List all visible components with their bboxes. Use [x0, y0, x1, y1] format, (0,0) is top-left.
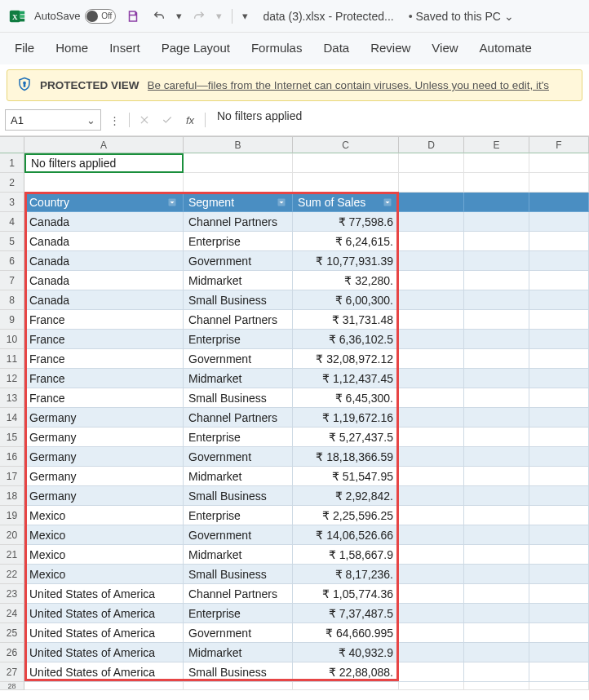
- cell-segment[interactable]: Government: [184, 349, 293, 369]
- cell-segment[interactable]: Enterprise: [184, 428, 293, 447]
- pivot-header-country[interactable]: Country: [24, 193, 184, 212]
- insert-function-button[interactable]: fx: [180, 110, 200, 130]
- cell-sales[interactable]: ₹ 31,731.48: [293, 310, 399, 330]
- empty-cell[interactable]: [399, 486, 464, 506]
- empty-cell[interactable]: [464, 349, 529, 369]
- col-header-a[interactable]: A: [24, 137, 184, 153]
- cell-segment[interactable]: Small Business: [184, 290, 293, 310]
- cell-sales[interactable]: ₹ 5,27,437.5: [293, 428, 399, 447]
- cell-sales[interactable]: ₹ 14,06,526.66: [293, 525, 399, 545]
- empty-cell[interactable]: [529, 428, 589, 447]
- cell-sales[interactable]: ₹ 10,77,931.39: [293, 251, 399, 271]
- save-button[interactable]: [124, 7, 142, 25]
- empty-cell[interactable]: [464, 193, 529, 212]
- empty-cell[interactable]: [529, 193, 589, 212]
- empty-cell[interactable]: [529, 467, 589, 486]
- cell-segment[interactable]: Enterprise: [184, 506, 293, 525]
- empty-cell[interactable]: [529, 506, 589, 525]
- empty-cell[interactable]: [529, 310, 589, 330]
- empty-cell[interactable]: [399, 467, 464, 486]
- empty-cell[interactable]: [293, 153, 399, 173]
- empty-cell[interactable]: [464, 584, 529, 604]
- empty-cell[interactable]: [399, 271, 464, 290]
- empty-cell[interactable]: [399, 643, 464, 662]
- cell-sales[interactable]: ₹ 32,280.: [293, 271, 399, 290]
- cell-sales[interactable]: ₹ 51,547.95: [293, 467, 399, 486]
- cell-sales[interactable]: ₹ 1,12,437.45: [293, 369, 399, 388]
- cell-country[interactable]: Canada: [24, 251, 184, 271]
- row-header[interactable]: 6: [0, 251, 24, 271]
- row-header[interactable]: 3: [0, 193, 24, 212]
- empty-cell[interactable]: [399, 232, 464, 251]
- undo-button[interactable]: [150, 7, 168, 25]
- empty-cell[interactable]: [24, 682, 184, 690]
- tab-insert[interactable]: Insert: [109, 41, 140, 55]
- tab-file[interactable]: File: [15, 41, 34, 55]
- empty-cell[interactable]: [399, 623, 464, 643]
- cell-sales[interactable]: ₹ 2,92,842.: [293, 486, 399, 506]
- cell-country[interactable]: United States of America: [24, 643, 184, 662]
- row-header[interactable]: 12: [0, 369, 24, 388]
- cell-segment[interactable]: Enterprise: [184, 604, 293, 623]
- row-header[interactable]: 4: [0, 212, 24, 232]
- cell-sales[interactable]: ₹ 32,08,972.12: [293, 349, 399, 369]
- empty-cell[interactable]: [399, 525, 464, 545]
- empty-cell[interactable]: [293, 682, 399, 690]
- cell-segment[interactable]: Midmarket: [184, 271, 293, 290]
- empty-cell[interactable]: [184, 682, 293, 690]
- cell-segment[interactable]: Midmarket: [184, 545, 293, 565]
- row-header[interactable]: 15: [0, 428, 24, 447]
- cell-country[interactable]: United States of America: [24, 584, 184, 604]
- empty-cell[interactable]: [399, 545, 464, 565]
- cell-sales[interactable]: ₹ 1,19,672.16: [293, 408, 399, 428]
- cell-sales[interactable]: ₹ 7,37,487.5: [293, 604, 399, 623]
- enter-button[interactable]: [157, 110, 177, 130]
- empty-cell[interactable]: [464, 369, 529, 388]
- cell-segment[interactable]: Small Business: [184, 565, 293, 584]
- toggle-switch[interactable]: Off: [85, 9, 116, 24]
- row-header[interactable]: 25: [0, 623, 24, 643]
- qat-customize-icon[interactable]: ▾: [242, 10, 248, 22]
- cell-segment[interactable]: Midmarket: [184, 643, 293, 662]
- cell-country[interactable]: Germany: [24, 467, 184, 486]
- empty-cell[interactable]: [464, 428, 529, 447]
- row-header[interactable]: 16: [0, 447, 24, 467]
- cell-sales[interactable]: ₹ 8,17,236.: [293, 565, 399, 584]
- row-header[interactable]: 9: [0, 310, 24, 330]
- cell-a1[interactable]: No filters applied: [24, 153, 184, 173]
- row-header[interactable]: 5: [0, 232, 24, 251]
- empty-cell[interactable]: [464, 643, 529, 662]
- empty-cell[interactable]: [399, 506, 464, 525]
- tab-automate[interactable]: Automate: [480, 41, 532, 55]
- empty-cell[interactable]: [399, 212, 464, 232]
- row-header[interactable]: 11: [0, 349, 24, 369]
- cell-country[interactable]: Germany: [24, 486, 184, 506]
- cell-sales[interactable]: ₹ 1,05,774.36: [293, 584, 399, 604]
- cell-sales[interactable]: ₹ 1,58,667.9: [293, 545, 399, 565]
- cell-segment[interactable]: Government: [184, 623, 293, 643]
- cancel-button[interactable]: [135, 110, 154, 130]
- empty-cell[interactable]: [399, 330, 464, 349]
- empty-cell[interactable]: [399, 408, 464, 428]
- empty-cell[interactable]: [529, 251, 589, 271]
- empty-cell[interactable]: [464, 330, 529, 349]
- cell-sales[interactable]: ₹ 6,45,300.: [293, 388, 399, 408]
- empty-cell[interactable]: [529, 408, 589, 428]
- empty-cell[interactable]: [529, 682, 589, 690]
- cell-country[interactable]: France: [24, 310, 184, 330]
- cell-segment[interactable]: Enterprise: [184, 330, 293, 349]
- cell-country[interactable]: Canada: [24, 232, 184, 251]
- row-header[interactable]: 8: [0, 290, 24, 310]
- pivot-header-sales[interactable]: Sum of Sales: [293, 193, 399, 212]
- empty-cell[interactable]: [529, 486, 589, 506]
- cell-sales[interactable]: ₹ 6,00,300.: [293, 290, 399, 310]
- cell-segment[interactable]: Channel Partners: [184, 584, 293, 604]
- col-header-d[interactable]: D: [399, 137, 464, 153]
- empty-cell[interactable]: [529, 173, 589, 193]
- empty-cell[interactable]: [464, 565, 529, 584]
- empty-cell[interactable]: [529, 349, 589, 369]
- tab-view[interactable]: View: [432, 41, 458, 55]
- cell-sales[interactable]: ₹ 6,36,102.5: [293, 330, 399, 349]
- cell-country[interactable]: France: [24, 388, 184, 408]
- empty-cell[interactable]: [529, 643, 589, 662]
